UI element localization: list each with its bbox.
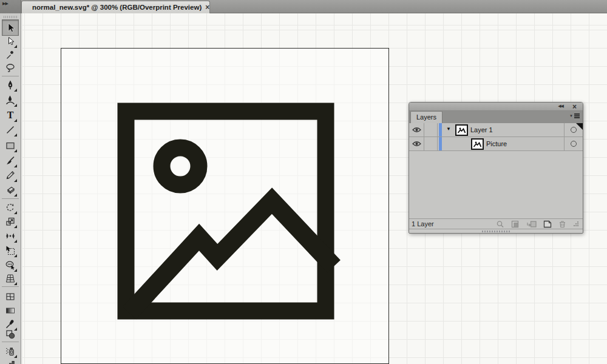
eraser-icon: [5, 184, 16, 195]
eye-icon: [412, 141, 421, 147]
create-new-layer-icon[interactable]: [543, 220, 552, 228]
magic-wand-icon: [5, 49, 16, 60]
tool-mesh[interactable]: [3, 289, 18, 304]
tool-column-graph[interactable]: [3, 359, 18, 364]
illustrator-window: ▶▶ normal_new.svg* @ 300% (RGB/Overprint…: [0, 0, 607, 364]
layer-row-picture[interactable]: Picture: [409, 137, 583, 151]
tool-eraser[interactable]: [3, 183, 18, 197]
tool-shape-builder[interactable]: [3, 258, 18, 272]
selection-color-bar: [439, 123, 442, 136]
tool-lasso[interactable]: [3, 61, 18, 75]
line-segment-icon: [5, 124, 16, 135]
tool-gradient[interactable]: [3, 303, 18, 318]
toolbar-separator: [2, 342, 19, 342]
symbol-sprayer-icon: [5, 346, 16, 357]
artboard[interactable]: [61, 48, 389, 364]
rotate-icon: [5, 202, 16, 213]
layer-thumbnail[interactable]: [455, 124, 468, 136]
delete-selection-icon[interactable]: [558, 220, 566, 228]
expand-triangle-icon[interactable]: ▼: [446, 126, 453, 132]
layer-row-layer1[interactable]: ▼ Layer 1: [409, 123, 583, 137]
blend-icon: [5, 329, 16, 340]
direct-selection-arrow-icon: [5, 36, 16, 47]
layers-tab-label: Layers: [416, 113, 436, 121]
width-tool-icon: [5, 231, 16, 241]
toolbar-grip[interactable]: [4, 16, 17, 18]
eye-icon: [412, 127, 421, 133]
layer-name[interactable]: Layer 1: [470, 126, 493, 133]
locate-object-icon[interactable]: [496, 220, 504, 228]
tool-paintbrush[interactable]: [3, 153, 18, 168]
panel-tab-bar: Layers ▼: [409, 111, 583, 123]
tool-line-segment[interactable]: [3, 123, 18, 137]
tool-width[interactable]: [3, 229, 18, 243]
perspective-grid-icon: [5, 273, 16, 284]
tool-scale[interactable]: [3, 214, 18, 229]
picture-thumb-icon: [473, 141, 481, 147]
toolbar-separator: [2, 198, 19, 199]
gradient-icon: [5, 305, 16, 316]
expand-panel-arrows-icon[interactable]: ▶▶: [2, 1, 8, 6]
tool-rectangle[interactable]: [3, 138, 18, 153]
lock-toggle[interactable]: [424, 123, 438, 136]
panel-drag-bar[interactable]: [409, 229, 583, 233]
tool-rotate[interactable]: [3, 200, 18, 215]
visibility-toggle[interactable]: [409, 137, 424, 150]
lock-toggle[interactable]: [424, 137, 438, 150]
tool-symbol-sprayer[interactable]: [3, 344, 18, 359]
tool-magic-wand[interactable]: [3, 47, 18, 62]
layers-panel: ◀◀ × Layers ▼: [409, 102, 583, 234]
type-icon: T: [5, 110, 16, 121]
free-transform-icon: [5, 245, 16, 256]
tool-direct-selection[interactable]: [3, 34, 18, 49]
layer-count: 1 Layer: [412, 220, 434, 228]
tool-perspective-grid[interactable]: [3, 271, 18, 286]
paintbrush-icon: [5, 155, 16, 166]
collapse-to-icons-icon[interactable]: ◀◀: [558, 104, 563, 109]
panel-close-icon[interactable]: ×: [572, 103, 577, 111]
target-circle[interactable]: [571, 141, 577, 147]
tool-selection[interactable]: [2, 19, 19, 36]
pen-icon: [5, 79, 16, 90]
tool-type[interactable]: T: [3, 108, 18, 123]
selection-color-bar: [439, 137, 442, 150]
tool-blend[interactable]: [3, 327, 18, 342]
shape-builder-icon: [5, 260, 16, 271]
scale-icon: [5, 216, 16, 227]
toolbar-separator: [2, 286, 19, 287]
target-circle[interactable]: [571, 127, 577, 133]
pencil-icon: [5, 170, 16, 181]
tool-curvature[interactable]: [3, 93, 18, 107]
target-cell: [564, 137, 583, 150]
document-tab-bar: ▶▶ normal_new.svg* @ 300% (RGB/Overprint…: [0, 0, 607, 13]
tool-free-transform[interactable]: [3, 243, 18, 258]
panel-title-bar[interactable]: ◀◀ ×: [409, 103, 583, 111]
object-thumbnail[interactable]: [471, 138, 484, 150]
document-tab[interactable]: normal_new.svg* @ 300% (RGB/Overprint Pr…: [21, 1, 210, 13]
make-clipping-mask-icon[interactable]: [511, 220, 520, 228]
tool-pen[interactable]: [3, 78, 18, 92]
rectangle-icon: [5, 140, 16, 151]
selection-arrow-icon: [5, 22, 16, 33]
panel-resize-grip-icon[interactable]: [573, 221, 579, 227]
create-new-sublayer-icon[interactable]: [527, 220, 537, 228]
panel-status-bar: 1 Layer: [409, 218, 583, 229]
layers-list: ▼ Layer 1: [409, 123, 583, 218]
document-tab-title: normal_new.svg* @ 300% (RGB/Overprint Pr…: [32, 4, 202, 11]
toolbar-collapse-strip[interactable]: ▶▶: [0, 0, 21, 13]
panel-menu-icon[interactable]: ▼: [569, 113, 580, 118]
tools-panel: T: [0, 13, 21, 364]
object-name[interactable]: Picture: [486, 140, 507, 147]
toolbar-separator: [2, 76, 19, 76]
column-graph-icon: [5, 360, 16, 364]
svg-text:T: T: [7, 110, 14, 120]
layers-tab[interactable]: Layers: [410, 111, 443, 123]
canvas[interactable]: ◀◀ × Layers ▼: [22, 13, 607, 364]
lasso-icon: [5, 62, 16, 73]
picture-thumb-icon: [458, 127, 466, 133]
curvature-pen-icon: [5, 95, 16, 106]
mesh-icon: [5, 291, 16, 302]
visibility-toggle[interactable]: [409, 123, 424, 136]
tab-close-icon[interactable]: ×: [205, 4, 209, 10]
tool-pencil[interactable]: [3, 168, 18, 183]
